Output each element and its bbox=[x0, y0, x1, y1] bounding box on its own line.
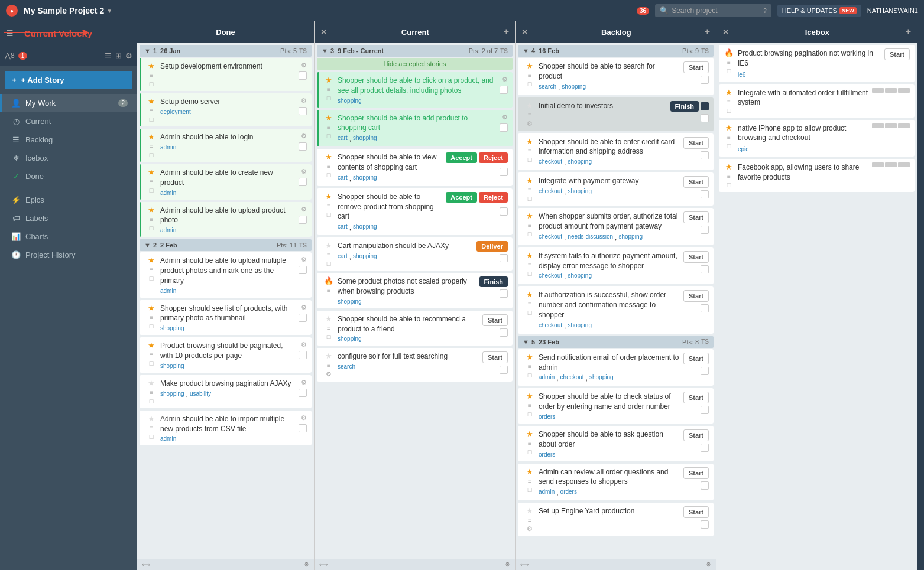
start-button[interactable]: Start bbox=[683, 353, 709, 364]
star-icon[interactable]: ★ bbox=[148, 414, 155, 423]
star-icon[interactable]: ★ bbox=[725, 162, 732, 171]
card-gear-icon[interactable]: ⚙ bbox=[502, 113, 508, 121]
deliver-button[interactable]: Deliver bbox=[476, 241, 508, 252]
backlog-col-close[interactable]: ✕ bbox=[521, 28, 528, 37]
card-checkbox[interactable] bbox=[500, 254, 508, 262]
story-tag[interactable]: cart bbox=[338, 135, 348, 143]
story-tag[interactable]: admin bbox=[160, 288, 176, 294]
card-checkbox[interactable] bbox=[500, 366, 508, 374]
story-tag[interactable]: checkout bbox=[539, 233, 562, 242]
star-icon[interactable]: ★ bbox=[725, 123, 732, 132]
story-tag[interactable]: cart bbox=[338, 174, 348, 183]
star-icon[interactable]: ★ bbox=[148, 97, 155, 106]
star-icon[interactable]: ★ bbox=[526, 176, 533, 185]
start-button[interactable]: Start bbox=[482, 314, 508, 326]
card-checkbox[interactable] bbox=[299, 266, 307, 274]
accept-button[interactable]: Accept bbox=[446, 192, 477, 203]
hide-accepted-bar[interactable]: Hide accepted stories bbox=[317, 58, 513, 70]
accept-button[interactable]: Accept bbox=[446, 152, 477, 163]
card-gear-icon[interactable]: ⚙ bbox=[301, 379, 307, 386]
story-tag[interactable]: cart bbox=[338, 223, 348, 232]
card-gear-icon[interactable]: ⚙ bbox=[301, 256, 307, 263]
start-button[interactable]: Start bbox=[683, 290, 709, 302]
story-tag[interactable]: checkout bbox=[560, 374, 584, 382]
star-icon[interactable]: ★ bbox=[526, 61, 533, 70]
card-checkbox[interactable] bbox=[500, 207, 508, 216]
current-col-add[interactable]: + bbox=[504, 27, 509, 37]
star-icon[interactable]: ★ bbox=[148, 304, 155, 312]
icebox-col-add[interactable]: + bbox=[906, 27, 911, 37]
story-tag[interactable]: checkout bbox=[539, 188, 562, 196]
reject-button[interactable]: Reject bbox=[479, 192, 508, 203]
star-icon[interactable]: ★ bbox=[148, 256, 155, 265]
star-icon[interactable]: ★ bbox=[148, 168, 155, 177]
star-icon[interactable]: ★ bbox=[526, 251, 533, 260]
story-tag[interactable]: cart bbox=[338, 253, 348, 261]
sidebar-item-done[interactable]: ✓ Done bbox=[0, 167, 137, 185]
backlog-col-add[interactable]: + bbox=[705, 27, 710, 37]
story-tag[interactable]: shopping bbox=[353, 253, 377, 261]
card-gear-icon[interactable]: ⚙ bbox=[301, 206, 307, 213]
star-icon[interactable]: ★ bbox=[148, 206, 155, 214]
star-icon[interactable]: ★ bbox=[526, 392, 533, 400]
card-checkbox[interactable] bbox=[299, 389, 307, 397]
story-tag[interactable]: orders bbox=[539, 451, 555, 458]
story-tag[interactable]: shopping bbox=[562, 83, 586, 92]
card-checkbox[interactable] bbox=[299, 71, 307, 80]
card-checkbox[interactable] bbox=[701, 367, 709, 375]
story-tag[interactable]: ie6 bbox=[738, 71, 745, 78]
story-tag[interactable]: shopping bbox=[338, 336, 362, 342]
footer-gear-icon[interactable]: ⚙ bbox=[505, 561, 510, 568]
settings-icon[interactable]: ⚙ bbox=[125, 51, 132, 60]
story-tag[interactable]: admin bbox=[539, 374, 555, 382]
card-checkbox[interactable] bbox=[701, 226, 709, 234]
story-tag[interactable]: shopping bbox=[160, 390, 184, 399]
story-tag[interactable]: shopping bbox=[568, 272, 592, 281]
star-icon[interactable]: ★ bbox=[325, 351, 332, 360]
icebox-col-close[interactable]: ✕ bbox=[722, 28, 729, 37]
user-menu-button[interactable]: NATHANSWAIN1 bbox=[867, 7, 918, 14]
grid-view-icon[interactable]: ⊞ bbox=[115, 51, 122, 60]
sidebar-item-current[interactable]: ◷ Current bbox=[0, 112, 137, 131]
star-icon[interactable]: ★ bbox=[526, 137, 533, 146]
story-tag[interactable]: shopping bbox=[338, 97, 362, 104]
footer-gear-icon[interactable]: ⚙ bbox=[706, 561, 711, 568]
story-tag[interactable]: admin bbox=[539, 488, 555, 497]
star-icon[interactable]: ★ bbox=[325, 76, 332, 84]
star-icon[interactable]: ★ bbox=[148, 379, 155, 387]
list-view-icon[interactable]: ☰ bbox=[105, 51, 112, 60]
search-box[interactable]: 🔍 ? bbox=[655, 4, 771, 17]
search-input[interactable] bbox=[672, 6, 760, 15]
card-checkbox[interactable] bbox=[299, 314, 307, 322]
star-icon[interactable]: ★ bbox=[725, 88, 732, 97]
sidebar-item-charts[interactable]: 📊 Charts bbox=[0, 227, 137, 246]
add-story-button[interactable]: + + Add Story bbox=[5, 71, 132, 89]
story-tag[interactable]: search bbox=[539, 83, 556, 92]
story-tag[interactable]: shopping bbox=[338, 298, 362, 305]
card-checkbox[interactable] bbox=[701, 481, 709, 490]
star-icon[interactable]: ★ bbox=[325, 241, 332, 250]
card-checkbox[interactable] bbox=[299, 351, 307, 359]
star-icon[interactable]: ★ bbox=[148, 61, 155, 70]
card-gear-icon[interactable]: ⚙ bbox=[301, 414, 307, 422]
card-checkbox[interactable] bbox=[500, 328, 508, 337]
story-tag[interactable]: admin bbox=[160, 144, 176, 151]
start-button[interactable]: Start bbox=[683, 61, 709, 73]
story-tag[interactable]: shopping bbox=[353, 223, 377, 232]
story-tag[interactable]: shopping bbox=[160, 363, 184, 369]
start-button[interactable]: Start bbox=[683, 506, 709, 518]
story-tag[interactable]: shopping bbox=[618, 233, 643, 242]
card-gear-icon[interactable]: ⚙ bbox=[301, 132, 307, 140]
start-button[interactable]: Start bbox=[683, 176, 709, 188]
star-icon[interactable]: ★ bbox=[325, 113, 332, 122]
iteration-1-header[interactable]: ▼ 1 26 Jan Pts: 5 TS bbox=[140, 45, 312, 57]
start-button[interactable]: Start bbox=[683, 137, 709, 149]
card-checkbox[interactable] bbox=[500, 123, 508, 132]
card-checkbox[interactable] bbox=[299, 424, 307, 432]
sidebar-item-mywork[interactable]: 👤 My Work 2 bbox=[0, 94, 137, 112]
start-button[interactable]: Start bbox=[884, 48, 910, 60]
iteration-4-header[interactable]: ▼ 4 16 Feb Pts: 9 TS bbox=[518, 45, 714, 57]
star-icon[interactable]: ★ bbox=[526, 353, 533, 361]
star-icon[interactable]: ★ bbox=[325, 192, 332, 201]
star-icon[interactable]: ★ bbox=[526, 290, 533, 299]
